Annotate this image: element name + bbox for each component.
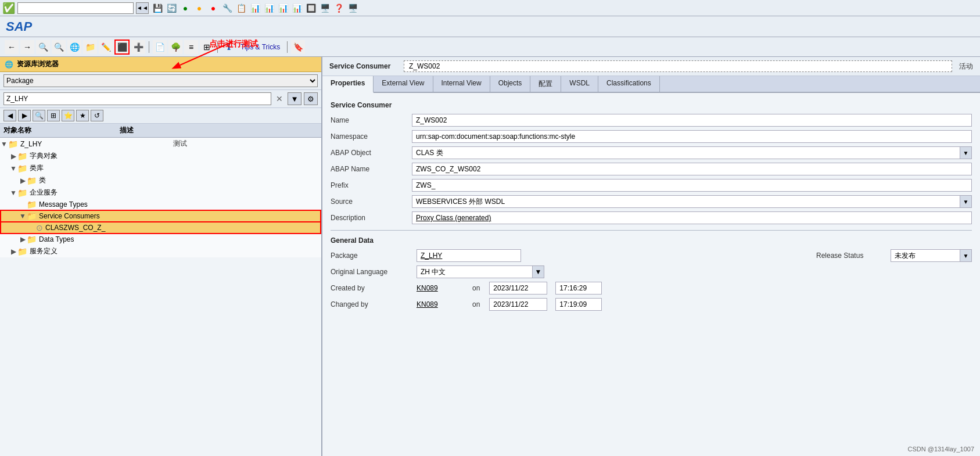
value-created-by[interactable]: KN089 [417, 284, 463, 292]
orig-lang-dropdown[interactable]: ▼ [533, 265, 544, 278]
save-icon[interactable]: 💾 [151, 2, 164, 14]
folder-icon-zlhy: 📁 [8, 139, 18, 149]
tool1-icon[interactable]: 🔧 [221, 2, 234, 14]
clear-btn[interactable]: ✕ [274, 93, 285, 105]
command-input[interactable] [17, 2, 134, 14]
folder-icon-class: 📁 [27, 176, 37, 185]
red-circle-icon[interactable]: ● [207, 2, 220, 14]
tool3-icon[interactable]: 📊 [249, 2, 261, 14]
tool2-icon[interactable]: 📋 [235, 2, 247, 14]
release-status-dropdown[interactable]: ▼ [960, 249, 972, 262]
nav-back-btn[interactable]: ◄◄ [136, 2, 149, 14]
date-row-created: Created by KN089 on 2023/11/22 17:16:29 [331, 282, 972, 295]
tree-item-enterprise[interactable]: ▼ 📁 企业服务 [0, 186, 321, 199]
sc-header: Service Consumer Z_WS002 活动 [322, 57, 980, 76]
forward-btn[interactable]: → [20, 40, 34, 54]
nav-bookmark-btn[interactable]: ⭐ [62, 110, 74, 121]
nav-expand-btn[interactable]: ⊞ [47, 110, 60, 121]
search2-btn[interactable]: 🔍 [52, 40, 66, 54]
value-namespace: urn:sap-com:document:sap:soap:functions:… [412, 130, 972, 143]
bookmark-btn[interactable]: 🔖 [291, 40, 305, 54]
tool8-icon[interactable]: 🖥️ [318, 2, 331, 14]
form-row-abap-object: ABAP Object CLAS 类 ▼ [331, 146, 972, 159]
value-changed-by[interactable]: KN089 [417, 300, 463, 308]
on-text-created: on [472, 284, 480, 292]
value-package[interactable]: Z_LHY [417, 249, 521, 262]
sc-header-label: Service Consumer [329, 62, 399, 70]
tree-item-svcdef[interactable]: ▶ 📁 服务定义 [0, 245, 321, 257]
abap-object-dropdown-arrow[interactable]: ▼ [960, 146, 972, 159]
tool6-icon[interactable]: 📊 [290, 2, 303, 14]
form-row-description: Description Proxy Class (generated) [331, 211, 972, 224]
green-circle-icon[interactable]: ● [179, 2, 192, 14]
tab-config[interactable]: 配置 [530, 76, 561, 92]
orange-circle-icon[interactable]: ● [193, 2, 206, 14]
monitor-icon[interactable]: 🖥️ [346, 2, 359, 14]
nav-refresh-btn[interactable]: ↺ [91, 110, 103, 121]
folder-btn[interactable]: 📁 [83, 40, 97, 54]
test-btn[interactable]: ⬛ [114, 40, 130, 55]
label-name: Name [331, 116, 412, 124]
search-input[interactable] [3, 92, 271, 105]
folder-icon-classlib: 📁 [17, 164, 27, 173]
tool7-icon[interactable]: 🔲 [304, 2, 317, 14]
tab-objects[interactable]: Objects [490, 76, 531, 92]
tab-wsdl[interactable]: WSDL [561, 76, 598, 92]
tree-item-dict[interactable]: ▶ 📁 字典对象 [0, 150, 321, 162]
col-name-header: 对象名称 [3, 125, 120, 135]
toggle-classlib: ▼ [9, 164, 17, 173]
refresh-icon[interactable]: 🔄 [165, 2, 178, 14]
nav-next-btn[interactable]: ▶ [18, 110, 31, 121]
value-prefix: ZWS_ [412, 179, 972, 192]
globe-btn[interactable]: 🌐 [67, 40, 81, 54]
tree-item-claszws[interactable]: ⊙ CLASZWS_CO_Z_ [0, 222, 321, 234]
nav-prev-btn[interactable]: ◀ [3, 110, 16, 121]
hierarchy-btn[interactable]: 🌳 [168, 40, 182, 54]
folder-icon-dict: 📁 [17, 152, 27, 161]
grid-btn[interactable]: ⊞ [200, 40, 214, 54]
form-row-namespace: Namespace urn:sap-com:document:sap:soap:… [331, 130, 972, 143]
tab-properties[interactable]: Properties [322, 76, 374, 93]
list-btn[interactable]: ≡ [184, 40, 198, 54]
label-dict: 字典对象 [30, 151, 173, 161]
tab-internal-view[interactable]: Internal View [433, 76, 490, 92]
dropdown-btn[interactable]: ▼ [288, 92, 301, 105]
tab-classifications[interactable]: Classifications [598, 76, 660, 92]
source-dropdown-arrow[interactable]: ▼ [960, 195, 972, 208]
tab-external-view[interactable]: External View [374, 76, 433, 92]
tips-tricks-btn[interactable]: Tips & Tricks [237, 42, 283, 52]
value-created-date: 2023/11/22 [489, 282, 547, 295]
label-svcdef: 服务定义 [30, 246, 173, 256]
nav-filter-btn[interactable]: 🔍 [33, 110, 45, 121]
sc-status-text: 活动 [959, 62, 973, 71]
form-divider [331, 230, 972, 231]
general-row-language: Original Language ZH 中文 ▼ [331, 265, 972, 278]
object-type-select[interactable]: Package [3, 74, 318, 87]
tree-item-svccons[interactable]: ▼ 📁 Service Consumers [0, 210, 321, 222]
label-release-status: Release Status [816, 252, 886, 260]
tree-item-class[interactable]: ▶ 📁 类 [0, 174, 321, 186]
btn-next[interactable]: ➕ [131, 40, 145, 54]
value-source: WEBSERVICES 外部 WSDL [412, 195, 960, 208]
on-text-changed: on [472, 300, 480, 308]
check-icon: ✅ [2, 2, 15, 15]
label-abap-name: ABAP Name [331, 165, 412, 173]
tree-item-zlhy[interactable]: ▼ 📁 Z_LHY 测试 [0, 138, 321, 150]
tool5-icon[interactable]: 📊 [277, 2, 289, 14]
help-icon[interactable]: ❓ [332, 2, 345, 14]
tool4-icon[interactable]: 📊 [263, 2, 275, 14]
sc-section-header: Service Consumer [331, 101, 972, 109]
back-btn[interactable]: ← [5, 40, 19, 54]
tree-item-classlib[interactable]: ▼ 📁 类库 [0, 162, 321, 174]
tree-item-msgtypes[interactable]: 📁 Message Types [0, 199, 321, 210]
value-abap-object: CLAS 类 [412, 146, 960, 159]
search1-btn[interactable]: 🔍 [36, 40, 50, 54]
value-abap-name: ZWS_CO_Z_WS002 [412, 163, 972, 175]
config-btn[interactable]: ⚙ [304, 92, 318, 105]
pencil-btn[interactable]: ✏️ [99, 40, 113, 54]
value-description[interactable]: Proxy Class (generated) [412, 211, 972, 224]
nav-star-btn[interactable]: ★ [76, 110, 89, 121]
activate-btn[interactable]: 📄 [153, 40, 167, 54]
folder-icon: 🌐 [5, 60, 13, 69]
tree-item-datatypes[interactable]: ▶ 📁 Data Types [0, 234, 321, 245]
